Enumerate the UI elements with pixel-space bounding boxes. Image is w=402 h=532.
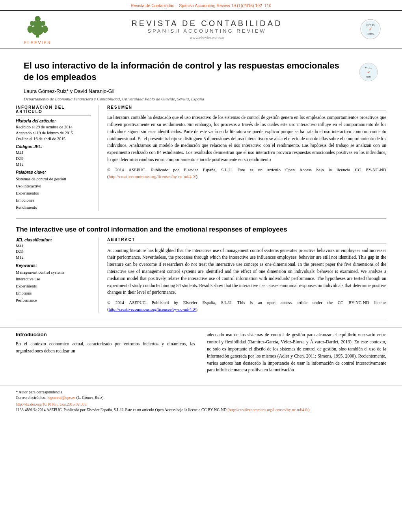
codigos-jel-value: M41 D23 M12 xyxy=(16,150,91,167)
introduccion-title: Introducción xyxy=(16,332,195,337)
jel-classification-label: JEL classification: xyxy=(16,237,91,242)
resumen-text: La literatura contable ha destacado que … xyxy=(107,114,386,180)
elsevier-logo: ELSEVIER xyxy=(16,14,59,45)
keywords-es-list: Sistemas de control de gestión Uso inter… xyxy=(16,176,91,211)
article-title-section: El uso interactivo de la información de … xyxy=(0,48,402,105)
resumen-license-link[interactable]: http://creativecommons.org/licenses/by-n… xyxy=(109,174,196,179)
resumen-license: © 2014 ASEPUC. Publicado por Elsevier Es… xyxy=(107,167,386,180)
introduccion-section: Introducción En el contexto económico ac… xyxy=(0,327,402,374)
svg-point-3 xyxy=(35,16,41,22)
abstract-en-license: © 2014 ASEPUC. Published by Elsevier Esp… xyxy=(107,299,386,313)
keyword-item: Performance xyxy=(16,297,91,304)
keyword-item: Experimentos xyxy=(16,190,91,197)
info-section-header: Información del artículo xyxy=(16,105,91,115)
introduccion-right: adecuado uso de los sistemas de control … xyxy=(207,332,386,374)
svg-point-4 xyxy=(27,26,33,33)
keyword-item: Interactive use xyxy=(16,276,91,283)
crossmark-badge-icon: Cross ✓ Mark xyxy=(359,62,378,82)
footnote-asterisk: * Autor para correspondencia. xyxy=(16,390,386,394)
section-divider xyxy=(16,218,386,219)
svg-text:✓: ✓ xyxy=(367,70,370,74)
doi-link[interactable]: http://dx.doi.org/10.1016/j.rcsar.2015.0… xyxy=(16,402,87,406)
introduccion-text-left: En el contexto económico actual, caracte… xyxy=(16,341,195,355)
article-affiliation: Departamento de Economía Financiera y Co… xyxy=(24,96,351,101)
abstract-en-license-link[interactable]: http://creativecommons.org/licenses/by-n… xyxy=(109,307,196,311)
crossmark-badge: Cross ✓ Mark xyxy=(359,62,378,83)
page: Revista de Contabilidad – Spanish Accoun… xyxy=(0,0,402,532)
left-column: Información del artículo Historia del ar… xyxy=(16,105,99,211)
svg-point-5 xyxy=(42,26,48,33)
svg-text:Mark: Mark xyxy=(366,76,371,78)
journal-title-sub: SPANISH ACCOUNTING REVIEW xyxy=(59,28,355,34)
article-title-text: El uso interactivo de la información de … xyxy=(24,60,351,101)
top-bar: Revista de Contabilidad – Spanish Accoun… xyxy=(0,0,402,10)
right-column-resumen: Resumen La literatura contable ha destac… xyxy=(99,105,386,211)
svg-point-7 xyxy=(41,21,45,26)
abstract-header: Abstract xyxy=(107,237,386,243)
journal-header: ELSEVIER REVISTA DE CONTABILIDAD SPANISH… xyxy=(0,10,402,48)
keywords-en-label: Keywords: xyxy=(16,263,91,268)
article-info-resumen-section: Información del artículo Historia del ar… xyxy=(0,105,402,211)
section-divider-2 xyxy=(16,320,386,320)
svg-point-6 xyxy=(30,21,34,26)
footnote-doi: http://dx.doi.org/10.1016/j.rcsar.2015.0… xyxy=(16,402,386,406)
crossmark-logo: Cross ✓ Mark xyxy=(355,19,386,40)
footnotes-section: * Autor para correspondencia. Correo ele… xyxy=(0,386,402,412)
resumen-header: Resumen xyxy=(107,105,386,111)
keyword-item: Emociones xyxy=(16,197,91,204)
keyword-item: Management control systems xyxy=(16,269,91,276)
article-authors: Laura Gómez-Ruiz* y David Naranjo-Gil xyxy=(24,88,351,94)
introduccion-left: Introducción En el contexto económico ac… xyxy=(16,332,195,374)
keywords-en-list: Management control systems Interactive u… xyxy=(16,269,91,304)
svg-text:✓: ✓ xyxy=(369,27,372,31)
journal-title-main: REVISTA DE CONTABILIDAD xyxy=(59,19,355,28)
footnote-copyright: 1138-4891/© 2014 ASEPUC. Publicado por E… xyxy=(16,408,386,412)
keyword-item: Rendimiento xyxy=(16,204,91,211)
journal-url: www.elsevier.es/rcsar xyxy=(59,35,355,40)
palabras-clave-label: Palabras clave: xyxy=(16,170,91,174)
introduccion-text-right: adecuado uso de los sistemas de control … xyxy=(207,332,386,374)
svg-text:Cross: Cross xyxy=(366,23,374,27)
email-link[interactable]: logomrui@upe.es xyxy=(47,395,75,400)
abstract-en-section: JEL classification: M41 D23 M12 Keywords… xyxy=(0,237,402,313)
abstract-en-text: Accounting literature has highlighted th… xyxy=(107,247,386,313)
english-title: The interactive use of control informati… xyxy=(0,226,402,234)
introduccion-two-col: Introducción En el contexto económico ac… xyxy=(16,332,386,374)
article-title: El uso interactivo de la información de … xyxy=(24,60,351,83)
jel-codes-value: M41 D23 M12 xyxy=(16,243,91,261)
keyword-item: Experiments xyxy=(16,283,91,290)
elsevier-text: ELSEVIER xyxy=(24,40,51,45)
codigos-jel-label: Códigos JEL: xyxy=(16,144,91,149)
abstract-right-col: Abstract Accounting literature has highl… xyxy=(99,237,386,313)
journal-reference: Revista de Contabilidad – Spanish Accoun… xyxy=(131,3,272,8)
historia-label: Historia del artículo: xyxy=(16,119,91,123)
crossmark-icon: Cross ✓ Mark xyxy=(360,19,382,40)
footnote-license-link[interactable]: (http://creativecommons.org/licenses/by-… xyxy=(227,408,311,412)
journal-title-center: REVISTA DE CONTABILIDAD SPANISH ACCOUNTI… xyxy=(59,19,355,40)
svg-text:Mark: Mark xyxy=(367,32,374,35)
svg-text:Cross: Cross xyxy=(365,67,372,70)
keyword-item: Emotions xyxy=(16,290,91,297)
recibido-value: Recibido el 29 de octubre de 2014 Acepta… xyxy=(16,124,91,142)
keyword-item: Sistemas de control de gestión xyxy=(16,176,91,183)
keyword-item: Uso interactivo xyxy=(16,183,91,190)
elsevier-tree-icon xyxy=(23,14,52,39)
footnote-email: Correo electrónico: logomrui@upe.es (L. … xyxy=(16,395,386,400)
abstract-left-col: JEL classification: M41 D23 M12 Keywords… xyxy=(16,237,99,313)
